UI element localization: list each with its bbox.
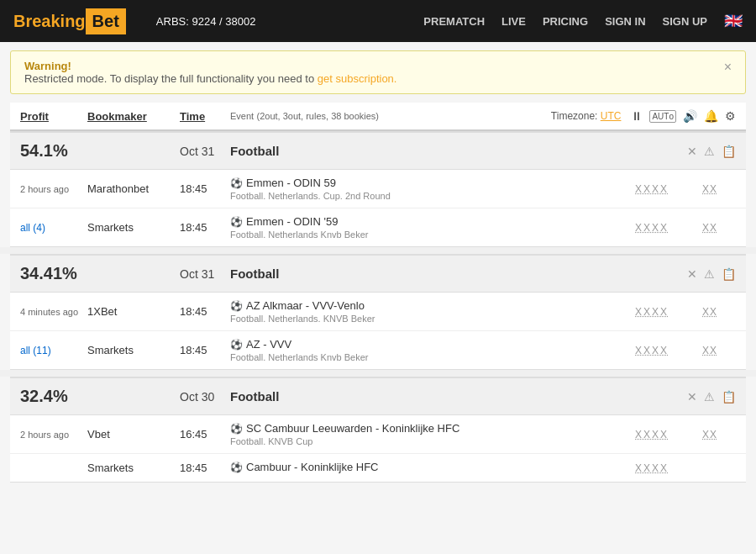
football-icon: ⚽ [230, 462, 243, 473]
group-copy-icon[interactable]: 📋 [722, 145, 736, 158]
table-header: Profit Bookmaker Time Event (2out, 3out,… [10, 103, 746, 131]
bet-match-time: 18:45 [180, 221, 230, 234]
bet-event: ⚽ Emmen - ODIN 59 Football. Netherlands.… [230, 177, 635, 201]
bet-event: ⚽ AZ - VVV Football. Netherlands Knvb Be… [230, 338, 635, 362]
nav-pricing[interactable]: PRICING [543, 15, 588, 28]
timezone-value[interactable]: UTC [601, 110, 622, 122]
group-warning-icon[interactable]: ⚠ [704, 145, 715, 158]
col-event: Event (2out, 3out, rules, 38 bookies) [230, 110, 551, 122]
logo[interactable]: Breaking Bet [13, 8, 126, 34]
bet-odds: XXXX [635, 182, 702, 195]
group-copy-icon[interactable]: 📋 [722, 267, 736, 281]
bet-event-title: ⚽ Emmen - ODIN '59 [230, 215, 635, 228]
warning-subscription-link[interactable]: get subscription. [318, 72, 397, 85]
warning-bar: Warning! Restricted mode. To display the… [10, 50, 746, 94]
warning-close-button[interactable]: × [724, 60, 732, 75]
nav-signin[interactable]: SIGN IN [605, 15, 645, 28]
bet-odds-value: XXXX [635, 183, 669, 195]
col-bookmaker[interactable]: Bookmaker [87, 110, 180, 123]
all-bets-link[interactable]: all (4) [20, 222, 45, 234]
arb-groups: 54.1% Oct 31 Football ✕ ⚠ 📋 2 hours ago … [0, 131, 756, 483]
bet-time-info: all (11) [20, 345, 87, 356]
group-header-group1: 54.1% Oct 31 Football ✕ ⚠ 📋 [10, 131, 746, 170]
sound-icon[interactable]: 🔊 [683, 109, 697, 123]
group-sport: Football [230, 389, 687, 404]
bet-event-title: ⚽ AZ - VVV [230, 338, 635, 351]
bell-icon[interactable]: 🔔 [704, 109, 718, 123]
bet-odds: XXXX [635, 462, 702, 474]
bet-odds: XXXX [635, 305, 702, 318]
bet-match-time: 16:45 [180, 428, 230, 441]
bet-bookmaker: Smarkets [87, 221, 180, 234]
warning-body: Restricted mode. To display the full fun… [24, 72, 396, 85]
group-date: Oct 31 [180, 267, 230, 281]
col-event-sub: (2out, 3out, rules, 38 bookies) [256, 111, 379, 121]
bet-time-info: 2 hours ago [20, 184, 87, 194]
timezone-label: Timezone: [551, 110, 598, 122]
group-copy-icon[interactable]: 📋 [722, 390, 736, 404]
bet-result: XX [702, 344, 736, 356]
settings-icon[interactable]: ⚙ [725, 109, 736, 123]
bet-odds-value: XXXX [635, 222, 669, 234]
bet-row: all (4) Smarkets 18:45 ⚽ Emmen - ODIN '5… [10, 208, 746, 246]
bet-bookmaker: Smarkets [87, 462, 180, 474]
group-warning-icon[interactable]: ⚠ [704, 267, 715, 281]
logo-breaking: Breaking [13, 12, 86, 31]
logo-bet: Bet [86, 8, 126, 34]
group-warning-icon[interactable]: ⚠ [704, 390, 715, 404]
arbs-value: 9224 / 38002 [192, 15, 255, 28]
warning-text-main: Restricted mode. To display the full fun… [24, 72, 318, 85]
group-date: Oct 30 [180, 390, 230, 404]
auto-icon[interactable]: AUTо [649, 110, 676, 123]
group-date: Oct 31 [180, 145, 230, 158]
col-event-label: Event [230, 111, 254, 121]
bet-event: ⚽ AZ Alkmaar - VVV-Venlo Football. Nethe… [230, 299, 635, 324]
col-time[interactable]: Time [180, 110, 230, 123]
bet-event-sub: Football. KNVB Cup [230, 436, 635, 446]
group-close-icon[interactable]: ✕ [687, 145, 697, 158]
bet-time-ago: 2 hours ago [20, 430, 69, 440]
warning-title: Warning! [24, 60, 396, 72]
bet-row: all (11) Smarkets 18:45 ⚽ AZ - VVV Footb… [10, 331, 746, 369]
bet-event-sub: Football. Netherlands. Cup. 2nd Round [230, 191, 635, 201]
bet-event: ⚽ Cambuur - Koninklijke HFC [230, 461, 635, 475]
nav-links: PREMATCH LIVE PRICING SIGN IN SIGN UP 🇬🇧 [423, 12, 743, 30]
bet-event-title: ⚽ AZ Alkmaar - VVV-Venlo [230, 299, 635, 312]
group-sport: Football [230, 266, 687, 281]
group-close-icon[interactable]: ✕ [687, 390, 697, 404]
nav-signup[interactable]: SIGN UP [663, 15, 707, 28]
bet-result-value: XX [702, 429, 717, 441]
bet-result-value: XX [702, 183, 717, 195]
football-icon: ⚽ [230, 423, 243, 435]
col-profit[interactable]: Profit [20, 110, 87, 123]
bet-event-title: ⚽ SC Cambuur Leeuwarden - Koninklijke HF… [230, 422, 635, 435]
bet-bookmaker: Smarkets [87, 344, 180, 356]
bet-bookmaker: Vbet [87, 428, 180, 441]
flag-icon[interactable]: 🇬🇧 [724, 12, 743, 30]
bet-time-info: 2 hours ago [20, 430, 87, 440]
group-close-icon[interactable]: ✕ [687, 267, 697, 281]
group-actions: ✕ ⚠ 📋 [687, 145, 736, 158]
bet-row: 2 hours ago Marathonbet 18:45 ⚽ Emmen - … [10, 170, 746, 208]
arb-group-group2: 34.41% Oct 31 Football ✕ ⚠ 📋 4 minutes a… [10, 254, 746, 370]
pause-icon[interactable]: ⏸ [631, 109, 643, 123]
bet-result: XX [702, 428, 736, 441]
bet-match-time: 18:45 [180, 344, 230, 356]
bet-row: Smarkets 18:45 ⚽ Cambuur - Koninklijke H… [10, 454, 746, 482]
nav-prematch[interactable]: PREMATCH [423, 15, 485, 28]
bet-time-info: 4 minutes ago [20, 307, 87, 317]
bet-odds-value: XXXX [635, 306, 669, 318]
football-icon: ⚽ [230, 339, 243, 351]
bet-odds: XXXX [635, 344, 702, 356]
group-sport: Football [230, 144, 687, 158]
group-actions: ✕ ⚠ 📋 [687, 267, 736, 281]
nav-live[interactable]: LIVE [501, 15, 526, 28]
all-bets-link[interactable]: all (11) [20, 345, 51, 356]
bet-event-sub: Football. Netherlands Knvb Beker [230, 352, 635, 362]
football-icon: ⚽ [230, 177, 243, 189]
group-actions: ✕ ⚠ 📋 [687, 390, 736, 404]
navbar: Breaking Bet ARBS: 9224 / 38002 PREMATCH… [0, 0, 756, 42]
bet-result-value: XX [702, 222, 717, 234]
bet-event-title: ⚽ Cambuur - Koninklijke HFC [230, 461, 635, 473]
bet-time-ago: 2 hours ago [20, 184, 69, 194]
